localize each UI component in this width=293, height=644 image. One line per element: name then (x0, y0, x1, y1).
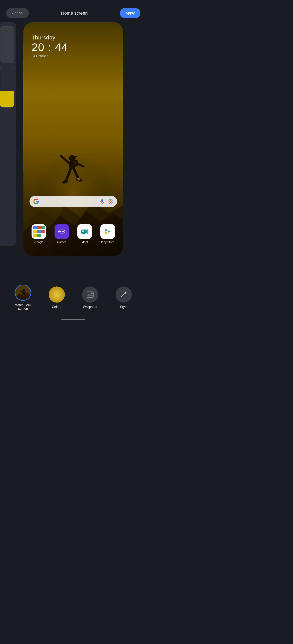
wallpaper-bg-icon (82, 286, 98, 303)
match-lock-bg (16, 285, 31, 300)
tool-match-lock[interactable]: Match Lockscreen (15, 284, 31, 310)
wallpaper-label: Wallpaper (83, 305, 97, 309)
style-bg-icon (116, 286, 132, 303)
phone-preview: Thursday 20 : 44 24 October (24, 22, 123, 256)
app-meet[interactable]: Meet (75, 224, 94, 244)
date-label: 24 October (32, 54, 68, 58)
wallpaper-icon-circle (82, 286, 98, 303)
bottom-toolbar: Match Lockscreen Colour Wallpaper (0, 277, 147, 322)
svg-point-23 (61, 231, 61, 232)
games-label: Games (57, 240, 66, 244)
terrain (24, 185, 123, 256)
cancel-button[interactable]: Cancel (6, 8, 29, 18)
svg-point-3 (71, 156, 77, 158)
svg-point-32 (22, 289, 25, 292)
match-lock-icon-circle (15, 284, 31, 301)
left-widget-yellow (0, 91, 14, 107)
svg-point-41 (91, 292, 93, 294)
svg-point-33 (22, 291, 25, 294)
svg-rect-29 (82, 230, 84, 232)
match-lock-label: Match Lockscreen (15, 303, 31, 310)
time-label: 20 : 44 (32, 41, 68, 54)
svg-marker-28 (86, 229, 88, 234)
colour-label: Colour (52, 305, 62, 309)
tool-wallpaper[interactable]: Wallpaper (82, 286, 98, 309)
style-label: Style (120, 305, 127, 309)
google-folder-icon: 1 (32, 224, 46, 239)
svg-rect-12 (74, 161, 76, 165)
meet-label: Meet (82, 240, 88, 244)
svg-point-24 (62, 231, 63, 232)
app-google[interactable]: 1 Google (30, 224, 49, 244)
left-phone-preview (0, 22, 16, 246)
preview-area: Thursday 20 : 44 24 October (0, 22, 147, 290)
svg-marker-40 (87, 294, 93, 296)
svg-rect-22 (63, 231, 64, 232)
tool-colour[interactable]: Colour (49, 286, 65, 309)
search-bar[interactable] (30, 196, 117, 207)
style-icon-circle (116, 286, 132, 303)
tool-style[interactable]: Style (116, 286, 132, 309)
header: Cancel Home screen Apply (0, 0, 147, 22)
games-icon (55, 224, 69, 239)
left-widget-2 (0, 67, 14, 108)
svg-rect-39 (87, 292, 93, 298)
app-play-store[interactable]: Play Store (98, 224, 117, 244)
app-icons-row: 1 Google Games (30, 224, 117, 244)
play-store-label: Play Store (101, 240, 114, 244)
apply-button[interactable]: Apply (120, 8, 140, 18)
page-title: Home screen (61, 10, 88, 16)
google-logo (33, 198, 39, 204)
google-lens-icon (108, 198, 113, 204)
microphone-icon (100, 198, 105, 204)
day-label: Thursday (32, 34, 68, 41)
home-indicator (61, 319, 86, 320)
datetime-overlay: Thursday 20 : 44 24 October (32, 34, 68, 58)
left-widget-1 (0, 26, 14, 63)
colour-bg (49, 286, 65, 303)
svg-line-42 (121, 293, 125, 297)
colour-icon-circle (49, 286, 65, 303)
meet-icon (77, 224, 92, 239)
google-label: Google (34, 240, 44, 244)
app-games[interactable]: Games (53, 224, 71, 244)
play-store-icon (100, 224, 115, 239)
